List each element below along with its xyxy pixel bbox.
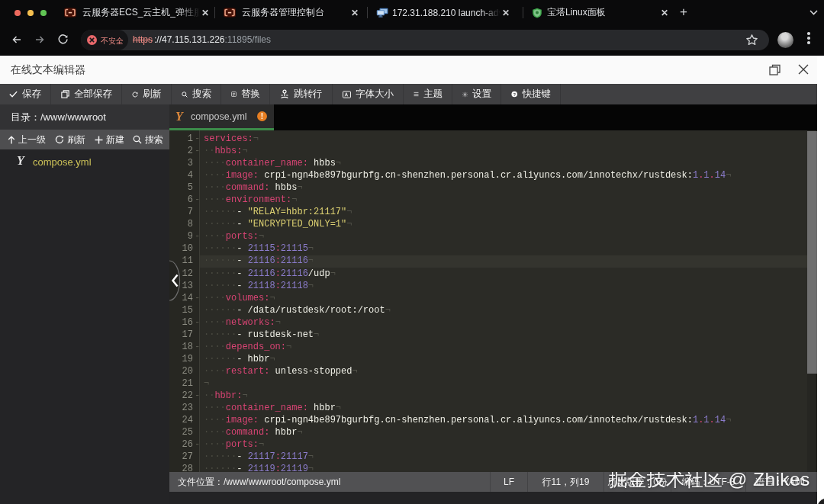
- svg-text:?: ?: [513, 92, 516, 97]
